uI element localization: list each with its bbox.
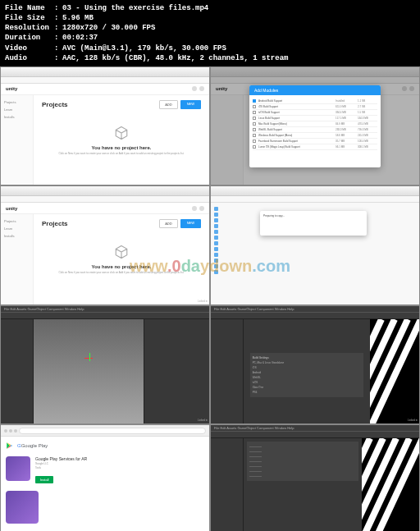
file-item[interactable] [214, 246, 416, 252]
app-icon-large [6, 491, 39, 524]
checkbox-icon[interactable] [253, 117, 256, 120]
file-item[interactable] [214, 269, 416, 275]
module-row[interactable]: Android Build SupportInstalled1.1 GB [253, 98, 377, 104]
platform-item[interactable]: PS4 [253, 390, 362, 395]
module-row[interactable]: tvOS Build Support334.4 MB1.5 GB [253, 110, 377, 116]
module-size2: 1.5 GB [358, 111, 377, 114]
app-publisher[interactable]: Google LLC [35, 462, 204, 465]
inspector-panel[interactable]: ————— ————— ————— ————— ————— ————— ————… [244, 438, 362, 531]
module-name: WebGL Build Support [258, 128, 333, 131]
back-icon[interactable] [4, 429, 7, 433]
cube-icon [114, 126, 129, 140]
add-button[interactable]: ADD [159, 100, 177, 109]
sidebar-item-projects[interactable]: Projects [4, 98, 30, 106]
checkbox-icon[interactable] [253, 105, 256, 108]
hub-sidebar: Projects Learn Installs [1, 214, 34, 304]
module-row[interactable]: Lumin OS (Magic Leap) Build Support96.1 … [253, 144, 377, 150]
mac-menubar [211, 196, 419, 203]
module-name: Mac Build Support (Mono) [258, 122, 333, 126]
module-row[interactable]: iOS Build Support651.9 MB2.7 GB [253, 104, 377, 110]
window-titlebar [1, 186, 209, 196]
module-row[interactable]: Windows Build Support (Mono)58.6 MB245.3… [253, 133, 377, 139]
filesize-label: File Size [5, 13, 54, 23]
new-button[interactable]: NEW [180, 100, 201, 109]
folder-icon [214, 236, 218, 240]
app-category[interactable]: Tools [35, 466, 204, 469]
module-size: 117.5 MB [336, 117, 355, 120]
hierarchy-panel[interactable] [211, 319, 244, 425]
inspector-panel[interactable] [144, 319, 209, 425]
folder-icon [214, 264, 218, 268]
sidebar-item-installs[interactable]: Installs [4, 113, 30, 121]
address-bar[interactable] [19, 428, 206, 434]
add-button[interactable]: ADD [159, 219, 177, 228]
sidebar-item-learn[interactable]: Learn [4, 106, 30, 113]
checkbox-icon[interactable] [253, 145, 256, 149]
hierarchy-panel[interactable] [1, 319, 34, 425]
transform-gizmo[interactable] [84, 353, 94, 363]
file-item[interactable] [214, 263, 416, 269]
play-header: GGoogle Play [6, 442, 204, 450]
editor-toolbar[interactable] [1, 313, 209, 319]
checkbox-icon[interactable] [253, 99, 256, 103]
new-button[interactable]: NEW [180, 219, 201, 228]
window-menubar [1, 77, 209, 84]
module-size2: 799.3 MB [358, 128, 377, 131]
checkbox-icon[interactable] [253, 128, 256, 131]
module-row[interactable]: Mac Build Support (Mono)84.9 MB470.4 MB [253, 121, 377, 127]
gear-icon[interactable] [192, 86, 197, 91]
media-info-panel: File Name:03 - Using the exercise files.… [0, 0, 420, 66]
unity-logo: unity [6, 86, 17, 91]
install-button[interactable]: Install [35, 476, 53, 483]
file-item[interactable] [214, 240, 416, 246]
module-size2: 245.3 MB [358, 134, 377, 137]
folder-icon [214, 207, 218, 211]
module-size: 84.9 MB [336, 122, 355, 126]
file-item[interactable] [214, 235, 416, 240]
gear-icon[interactable] [192, 206, 197, 211]
checkbox-icon[interactable] [253, 140, 256, 143]
linkedin-badge: Linked in [408, 419, 418, 422]
play-logo-text: Google Play [21, 443, 48, 448]
empty-title: You have no project here. [42, 264, 201, 269]
editor-menubar[interactable]: File Edit Assets GameObject Component Wi… [211, 425, 419, 432]
hub-sidebar: Projects Learn Installs [1, 95, 34, 185]
duration-label: Duration [5, 33, 54, 43]
editor-menubar[interactable]: File Edit Assets GameObject Component Wi… [211, 306, 419, 313]
resolution-value: 1280x720 / 30.000 FPS [62, 23, 155, 33]
sidebar-item-learn[interactable]: Learn [4, 225, 30, 232]
reload-icon[interactable] [14, 429, 17, 433]
browser-chrome [1, 425, 209, 437]
sidebar-item-installs[interactable]: Installs [4, 232, 30, 240]
module-row[interactable]: Facebook Gameroom Build Support35.7 MB10… [253, 139, 377, 144]
thumb-unity-hub-installs: unity Installs Add Modules Android Build… [210, 66, 420, 186]
avatar-icon[interactable] [199, 86, 204, 91]
avatar-icon[interactable] [199, 206, 204, 211]
thumb-unity-build-settings: File Edit Assets GameObject Component Wi… [210, 305, 420, 425]
module-size: 58.6 MB [336, 134, 355, 137]
editor-toolbar[interactable] [211, 432, 419, 438]
settings-row[interactable]: ————— [249, 474, 356, 478]
unity-hub-header: unity [1, 203, 209, 214]
linkedin-badge: Linked in [198, 300, 208, 303]
checkbox-icon[interactable] [253, 111, 256, 114]
module-row[interactable]: WebGL Build Support230.0 MB799.3 MB [253, 127, 377, 133]
checkbox-icon[interactable] [253, 122, 256, 126]
empty-state: You have no project here. Click on New i… [42, 126, 201, 156]
module-row[interactable]: Linux Build Support117.5 MB534.3 MB [253, 116, 377, 121]
module-size: 35.7 MB [336, 140, 355, 143]
game-preview [370, 319, 419, 425]
file-item[interactable] [214, 252, 416, 258]
folder-icon [214, 247, 218, 251]
platforms-list: PC, Mac & Linux StandaloneiOSAndroidWebG… [253, 360, 362, 395]
sidebar-item-projects[interactable]: Projects [4, 217, 30, 225]
file-item[interactable] [214, 258, 416, 263]
google-play-logo[interactable]: GGoogle Play [17, 443, 48, 448]
checkbox-icon[interactable] [253, 134, 256, 137]
editor-toolbar[interactable] [211, 313, 419, 319]
module-size2: 308.1 MB [358, 145, 377, 149]
forward-icon[interactable] [9, 429, 12, 433]
scene-viewport[interactable] [34, 319, 144, 425]
editor-menubar[interactable]: File Edit Assets GameObject Component Wi… [1, 306, 209, 313]
hierarchy-panel[interactable] [211, 438, 244, 531]
